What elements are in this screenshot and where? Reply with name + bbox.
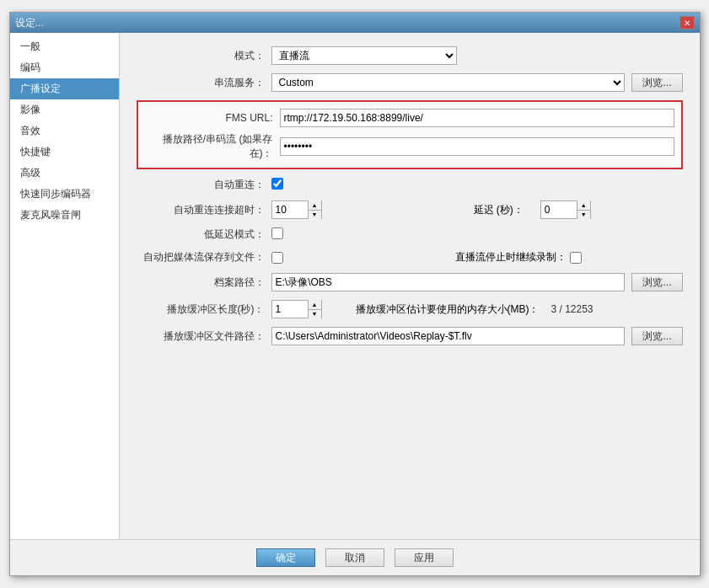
buffer-file-control: 浏览...	[271, 327, 683, 345]
mode-row: 模式： 直播流	[137, 46, 683, 65]
auto-reconnect-control	[271, 178, 683, 192]
buffer-length-down[interactable]: ▼	[309, 310, 321, 319]
playback-path-input[interactable]	[280, 137, 674, 156]
save-media-checkbox[interactable]	[271, 252, 283, 264]
mode-dropdown[interactable]: 直播流	[271, 46, 457, 65]
continue-recording-label: 直播流停止时继续录制：	[455, 250, 567, 265]
continue-recording-checkbox[interactable]	[570, 252, 582, 264]
buffer-length-row: 播放缓冲区长度(秒)： ▲ ▼ 播放缓冲区估计要使用的内存大小(MB)： 3 /…	[137, 300, 683, 318]
delay-up[interactable]: ▲	[577, 200, 590, 211]
archive-path-control: 浏览...	[271, 273, 683, 291]
browse-stream-button[interactable]: 浏览...	[631, 73, 682, 92]
playback-path-row: 播放路径/串码流 (如果存在)：	[145, 132, 674, 161]
buffer-file-row: 播放缓冲区文件路径： 浏览...	[137, 327, 683, 345]
low-latency-row: 低延迟模式：	[137, 227, 683, 242]
window-controls: ✕	[679, 16, 695, 29]
buffer-length-label: 播放缓冲区长度(秒)：	[137, 302, 271, 317]
browse-archive-button[interactable]: 浏览...	[631, 273, 682, 291]
ok-button[interactable]: 确定	[256, 548, 315, 567]
reconnect-timeout-spinbox: ▲ ▼	[271, 200, 322, 219]
buffer-length-spinbox-btns: ▲ ▼	[308, 300, 321, 318]
sidebar-item-audio[interactable]: 音效	[10, 120, 119, 142]
reconnect-timeout-down[interactable]: ▼	[309, 211, 321, 220]
sidebar-item-general[interactable]: 一般	[10, 36, 119, 57]
archive-path-row: 档案路径： 浏览...	[137, 273, 683, 291]
settings-dialog: 设定... ✕ 一般 编码 广播设定 影像 音效 快捷键 高级 快速同步编码器 …	[9, 12, 701, 576]
delay-spinbox: ▲ ▼	[540, 200, 591, 219]
archive-path-input[interactable]	[271, 273, 626, 291]
close-button[interactable]: ✕	[679, 16, 695, 29]
low-latency-control	[271, 227, 683, 242]
save-media-label: 自动把媒体流保存到文件：	[137, 250, 271, 265]
dialog-footer: 确定 取消 应用	[10, 539, 700, 575]
buffer-length-input[interactable]	[272, 301, 308, 318]
reconnect-timeout-row: 自动重连连接超时： ▲ ▼ 延迟 (秒)： ▲ ▼	[137, 200, 683, 219]
window-title: 设定...	[15, 16, 44, 30]
buffer-length-control: ▲ ▼ 播放缓冲区估计要使用的内存大小(MB)： 3 / 12253	[271, 300, 683, 318]
low-latency-label: 低延迟模式：	[137, 227, 271, 242]
delay-input[interactable]	[541, 201, 577, 218]
save-media-control: 直播流停止时继续录制：	[271, 250, 683, 265]
fms-url-label: FMS URL:	[145, 112, 280, 124]
reconnect-timeout-spinbox-btns: ▲ ▼	[308, 200, 321, 219]
stream-service-row: 串流服务： Custom 浏览...	[137, 73, 683, 92]
fms-url-row: FMS URL:	[145, 109, 674, 127]
sidebar-item-encoding[interactable]: 编码	[10, 57, 119, 78]
buffer-length-spinbox: ▲ ▼	[271, 300, 322, 318]
title-bar: 设定... ✕	[10, 13, 700, 33]
low-latency-checkbox[interactable]	[271, 227, 283, 239]
buffer-file-input[interactable]	[271, 327, 626, 345]
auto-reconnect-checkbox[interactable]	[271, 178, 283, 190]
sidebar-item-broadcast[interactable]: 广播设定	[10, 78, 119, 99]
reconnect-timeout-up[interactable]: ▲	[309, 200, 321, 211]
reconnect-timeout-label: 自动重连连接超时：	[137, 203, 271, 217]
save-media-row: 自动把媒体流保存到文件： 直播流停止时继续录制：	[137, 250, 683, 265]
sidebar-item-hotkeys[interactable]: 快捷键	[10, 142, 119, 163]
browse-buffer-button[interactable]: 浏览...	[631, 327, 682, 345]
auto-reconnect-row: 自动重连：	[137, 178, 683, 192]
auto-reconnect-label: 自动重连：	[137, 178, 271, 192]
sidebar-item-advanced[interactable]: 高级	[10, 163, 119, 184]
reconnect-timeout-control: ▲ ▼ 延迟 (秒)： ▲ ▼	[271, 200, 683, 219]
buffer-memory-value: 3 / 12253	[551, 303, 594, 315]
dialog-body: 一般 编码 广播设定 影像 音效 快捷键 高级 快速同步编码器 麦克风噪音闸 模…	[10, 33, 700, 539]
delay-spinbox-btns: ▲ ▼	[577, 200, 590, 219]
sidebar: 一般 编码 广播设定 影像 音效 快捷键 高级 快速同步编码器 麦克风噪音闸	[10, 33, 120, 539]
cancel-button[interactable]: 取消	[325, 548, 384, 567]
archive-path-label: 档案路径：	[137, 275, 271, 290]
apply-button[interactable]: 应用	[395, 548, 454, 567]
fms-url-input[interactable]	[280, 109, 674, 127]
buffer-file-label: 播放缓冲区文件路径：	[137, 329, 271, 344]
stream-service-dropdown[interactable]: Custom	[271, 73, 626, 92]
stream-service-label: 串流服务：	[137, 76, 271, 90]
fms-highlight-box: FMS URL: 播放路径/串码流 (如果存在)：	[137, 100, 683, 169]
mode-label: 模式：	[137, 49, 271, 63]
mode-control: 直播流	[271, 46, 683, 65]
content-area: 模式： 直播流 串流服务： Custom 浏览...	[120, 33, 700, 539]
delay-label: 延迟 (秒)：	[474, 203, 524, 217]
sidebar-item-video[interactable]: 影像	[10, 99, 119, 120]
playback-path-label: 播放路径/串码流 (如果存在)：	[145, 132, 280, 161]
reconnect-timeout-input[interactable]	[272, 201, 308, 218]
sidebar-item-noise-gate[interactable]: 麦克风噪音闸	[10, 205, 119, 226]
buffer-length-up[interactable]: ▲	[309, 300, 321, 310]
delay-down[interactable]: ▼	[577, 211, 590, 220]
sidebar-item-quicksync[interactable]: 快速同步编码器	[10, 184, 119, 205]
stream-service-control: Custom 浏览...	[271, 73, 683, 92]
buffer-memory-label: 播放缓冲区估计要使用的内存大小(MB)：	[356, 302, 540, 317]
